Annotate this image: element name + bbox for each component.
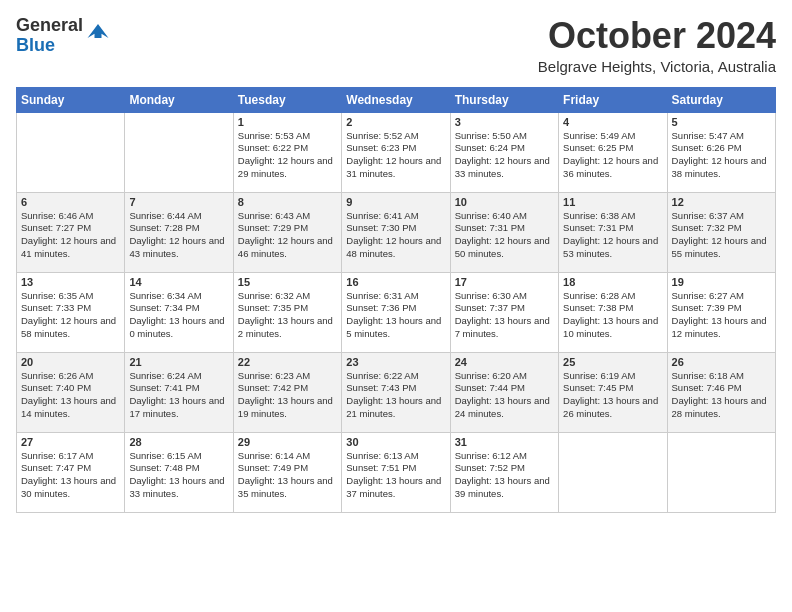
day-info: Sunrise: 6:23 AM (238, 370, 337, 383)
day-number: 12 (672, 196, 771, 208)
day-number: 16 (346, 276, 445, 288)
day-info: Sunset: 7:44 PM (455, 382, 554, 395)
day-info: Sunrise: 6:44 AM (129, 210, 228, 223)
day-info: Sunrise: 6:38 AM (563, 210, 662, 223)
day-number: 6 (21, 196, 120, 208)
logo-text: GeneralBlue (16, 16, 83, 56)
calendar-week-row: 13Sunrise: 6:35 AMSunset: 7:33 PMDayligh… (17, 272, 776, 352)
day-info: Sunrise: 6:28 AM (563, 290, 662, 303)
day-info: Sunset: 7:29 PM (238, 222, 337, 235)
calendar-cell: 28Sunrise: 6:15 AMSunset: 7:48 PMDayligh… (125, 432, 233, 512)
day-info: Sunset: 7:48 PM (129, 462, 228, 475)
day-info: Daylight: 13 hours and 21 minutes. (346, 395, 445, 421)
day-info: Sunrise: 6:15 AM (129, 450, 228, 463)
day-number: 24 (455, 356, 554, 368)
day-info: Sunset: 7:47 PM (21, 462, 120, 475)
calendar-cell: 21Sunrise: 6:24 AMSunset: 7:41 PMDayligh… (125, 352, 233, 432)
calendar-cell: 10Sunrise: 6:40 AMSunset: 7:31 PMDayligh… (450, 192, 558, 272)
weekday-header-saturday: Saturday (667, 87, 775, 112)
day-info: Sunrise: 6:26 AM (21, 370, 120, 383)
day-info: Sunset: 6:25 PM (563, 142, 662, 155)
day-info: Sunset: 7:27 PM (21, 222, 120, 235)
day-info: Sunset: 7:35 PM (238, 302, 337, 315)
day-info: Daylight: 13 hours and 30 minutes. (21, 475, 120, 501)
day-number: 27 (21, 436, 120, 448)
day-info: Sunrise: 6:30 AM (455, 290, 554, 303)
calendar-cell: 8Sunrise: 6:43 AMSunset: 7:29 PMDaylight… (233, 192, 341, 272)
day-info: Sunrise: 6:31 AM (346, 290, 445, 303)
day-info: Sunset: 7:30 PM (346, 222, 445, 235)
day-number: 28 (129, 436, 228, 448)
day-info: Daylight: 13 hours and 24 minutes. (455, 395, 554, 421)
day-info: Daylight: 13 hours and 26 minutes. (563, 395, 662, 421)
day-number: 20 (21, 356, 120, 368)
day-info: Daylight: 12 hours and 58 minutes. (21, 315, 120, 341)
calendar-cell: 5Sunrise: 5:47 AMSunset: 6:26 PMDaylight… (667, 112, 775, 192)
calendar-cell: 29Sunrise: 6:14 AMSunset: 7:49 PMDayligh… (233, 432, 341, 512)
day-number: 3 (455, 116, 554, 128)
day-info: Sunset: 7:28 PM (129, 222, 228, 235)
day-info: Daylight: 12 hours and 41 minutes. (21, 235, 120, 261)
day-info: Sunrise: 5:49 AM (563, 130, 662, 143)
calendar-table: SundayMondayTuesdayWednesdayThursdayFrid… (16, 87, 776, 513)
location-title: Belgrave Heights, Victoria, Australia (538, 58, 776, 75)
calendar-week-row: 6Sunrise: 6:46 AMSunset: 7:27 PMDaylight… (17, 192, 776, 272)
day-info: Sunrise: 5:52 AM (346, 130, 445, 143)
day-number: 8 (238, 196, 337, 208)
calendar-cell: 30Sunrise: 6:13 AMSunset: 7:51 PMDayligh… (342, 432, 450, 512)
calendar-cell: 15Sunrise: 6:32 AMSunset: 7:35 PMDayligh… (233, 272, 341, 352)
day-info: Sunrise: 5:53 AM (238, 130, 337, 143)
day-info: Sunset: 6:24 PM (455, 142, 554, 155)
day-info: Daylight: 13 hours and 2 minutes. (238, 315, 337, 341)
calendar-cell: 3Sunrise: 5:50 AMSunset: 6:24 PMDaylight… (450, 112, 558, 192)
weekday-header-sunday: Sunday (17, 87, 125, 112)
calendar-cell: 24Sunrise: 6:20 AMSunset: 7:44 PMDayligh… (450, 352, 558, 432)
day-number: 31 (455, 436, 554, 448)
day-info: Daylight: 12 hours and 43 minutes. (129, 235, 228, 261)
calendar-cell: 1Sunrise: 5:53 AMSunset: 6:22 PMDaylight… (233, 112, 341, 192)
day-info: Sunset: 6:23 PM (346, 142, 445, 155)
calendar-cell: 2Sunrise: 5:52 AMSunset: 6:23 PMDaylight… (342, 112, 450, 192)
day-info: Daylight: 13 hours and 39 minutes. (455, 475, 554, 501)
calendar-cell: 16Sunrise: 6:31 AMSunset: 7:36 PMDayligh… (342, 272, 450, 352)
day-number: 11 (563, 196, 662, 208)
day-number: 25 (563, 356, 662, 368)
day-info: Sunset: 7:41 PM (129, 382, 228, 395)
calendar-cell: 25Sunrise: 6:19 AMSunset: 7:45 PMDayligh… (559, 352, 667, 432)
day-info: Sunset: 7:40 PM (21, 382, 120, 395)
day-info: Sunset: 6:22 PM (238, 142, 337, 155)
day-info: Sunrise: 6:46 AM (21, 210, 120, 223)
day-info: Sunrise: 5:47 AM (672, 130, 771, 143)
weekday-header-thursday: Thursday (450, 87, 558, 112)
day-info: Sunset: 7:38 PM (563, 302, 662, 315)
calendar-week-row: 1Sunrise: 5:53 AMSunset: 6:22 PMDaylight… (17, 112, 776, 192)
day-number: 19 (672, 276, 771, 288)
day-number: 22 (238, 356, 337, 368)
calendar-cell: 20Sunrise: 6:26 AMSunset: 7:40 PMDayligh… (17, 352, 125, 432)
day-number: 5 (672, 116, 771, 128)
day-info: Daylight: 13 hours and 19 minutes. (238, 395, 337, 421)
day-info: Sunrise: 6:13 AM (346, 450, 445, 463)
day-info: Daylight: 13 hours and 7 minutes. (455, 315, 554, 341)
calendar-cell (667, 432, 775, 512)
day-info: Daylight: 12 hours and 29 minutes. (238, 155, 337, 181)
day-number: 14 (129, 276, 228, 288)
logo-icon (87, 24, 109, 38)
day-info: Sunset: 7:31 PM (563, 222, 662, 235)
calendar-cell (17, 112, 125, 192)
day-info: Daylight: 13 hours and 35 minutes. (238, 475, 337, 501)
day-info: Sunrise: 6:27 AM (672, 290, 771, 303)
weekday-header-tuesday: Tuesday (233, 87, 341, 112)
calendar-cell: 19Sunrise: 6:27 AMSunset: 7:39 PMDayligh… (667, 272, 775, 352)
day-info: Sunrise: 6:32 AM (238, 290, 337, 303)
day-info: Daylight: 12 hours and 55 minutes. (672, 235, 771, 261)
day-info: Sunset: 7:33 PM (21, 302, 120, 315)
day-number: 2 (346, 116, 445, 128)
calendar-cell: 23Sunrise: 6:22 AMSunset: 7:43 PMDayligh… (342, 352, 450, 432)
calendar-cell: 7Sunrise: 6:44 AMSunset: 7:28 PMDaylight… (125, 192, 233, 272)
day-number: 10 (455, 196, 554, 208)
day-info: Sunset: 7:45 PM (563, 382, 662, 395)
day-number: 30 (346, 436, 445, 448)
day-number: 26 (672, 356, 771, 368)
day-info: Daylight: 13 hours and 5 minutes. (346, 315, 445, 341)
